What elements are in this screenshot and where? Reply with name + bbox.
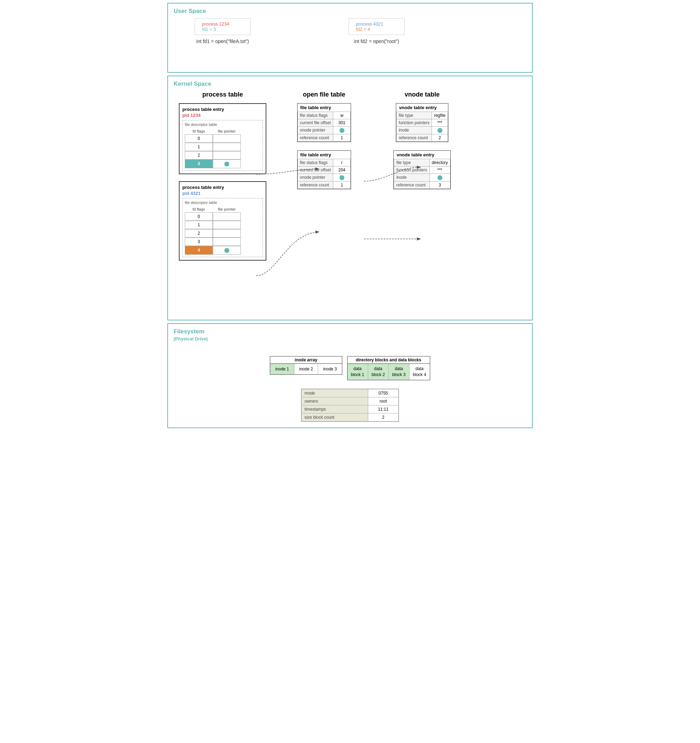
- vnode-2-label-3: reference count: [394, 181, 429, 188]
- vnode-entry-2-table: file type directory function pointers **…: [394, 159, 450, 189]
- fd2-dot: [224, 248, 229, 253]
- inode-detail-label-3: size block count: [302, 413, 368, 421]
- process2-name: process 4321: [356, 21, 397, 27]
- user-processes-row: process 1234 fd1 = 3 int fd1 = open("fil…: [174, 18, 526, 44]
- file-entry-1-label-3: reference count: [298, 134, 333, 141]
- file-entry-1-title: file table entry: [298, 104, 351, 112]
- fd1-row1-ptr: [213, 143, 241, 151]
- file-entry-2-val-0: r: [333, 159, 351, 166]
- vnode-2-val-3: 3: [429, 181, 450, 188]
- fd-table-1-label: file descriptor table: [185, 123, 260, 127]
- process1-fd: fd1 = 3: [202, 27, 243, 32]
- fd-grid-2: fd flags file pointer 0 1 2 3 4: [185, 206, 260, 255]
- process-entry-2-pid: pid 4321: [182, 191, 263, 196]
- file-entry-2-label-2: vnode pointer: [298, 173, 333, 181]
- vnode-2-row-3: reference count 3: [394, 181, 450, 188]
- vnode-1-row-2: inode: [396, 127, 448, 134]
- file-entry-2-val-1: 204: [333, 166, 351, 173]
- process1-box: process 1234 fd1 = 3: [194, 18, 251, 35]
- inode-detail-val-0: 0755: [368, 389, 398, 397]
- file-entry-1-row-2: vnode pointer: [298, 127, 351, 134]
- fd-header-2-col2: file pointer: [213, 206, 241, 212]
- inode-dot-2: [438, 175, 442, 180]
- file-entry-1-label-1: current file offset: [298, 119, 333, 127]
- file-entry-1-label-0: file status flags: [298, 112, 333, 119]
- data-block-2: datablock 2: [368, 364, 389, 380]
- fd-header-1-col1: fd flags: [185, 128, 213, 134]
- file-entry-2-row-3: reference count 1: [298, 181, 351, 188]
- vnode-1-row-0: file type regfile: [396, 112, 448, 119]
- inode-detail-row-2: timestamps 11:11: [302, 405, 399, 413]
- fd2-row0-fd: 0: [185, 212, 213, 221]
- fd1-row0-fd: 0: [185, 134, 213, 143]
- file-entry-1-val-2: [333, 127, 351, 134]
- vnode-1-row-3: reference count 2: [396, 134, 448, 141]
- process-entry-1-pid: pid 1234: [182, 112, 263, 118]
- user-space-label: User Space: [174, 8, 526, 15]
- kernel-space-section: Kernel Space process table process table…: [167, 75, 533, 320]
- inode-detail-label-1: owners: [302, 397, 368, 405]
- vnode-2-val-1: ***: [429, 166, 450, 173]
- vnode-1-label-3: reference count: [396, 134, 432, 141]
- vnode-entry-2: vnode table entry file type directory fu…: [393, 150, 451, 189]
- fd-header-2-col1: fd flags: [185, 206, 213, 212]
- data-block-cells-row: datablock 1 datablock 2 datablock 3 data…: [347, 364, 430, 380]
- fd2-row2-ptr: [213, 229, 241, 238]
- process-table-title: process table: [202, 91, 243, 98]
- process2-code: int fd2 = open("root"): [354, 38, 399, 44]
- fd2-row2-fd: 2: [185, 229, 213, 238]
- process-entry-1-title: process table entry: [182, 107, 263, 112]
- inode-detail-label-2: timestamps: [302, 405, 368, 413]
- inode-dot-1: [438, 128, 442, 133]
- process1-col: process 1234 fd1 = 3 int fd1 = open("fil…: [194, 18, 251, 44]
- fd2-row4-ptr: [213, 246, 241, 255]
- vnode-1-label-2: inode: [396, 127, 432, 134]
- vnode-dot-1: [340, 128, 344, 133]
- vnode-entry-1-table: file type regfile function pointers *** …: [396, 112, 448, 142]
- vnode-1-label-0: file type: [396, 112, 432, 119]
- vnode-2-row-2: inode: [394, 173, 450, 181]
- inode-array-title: inode array: [270, 357, 342, 364]
- fd2-row3-ptr: [213, 238, 241, 246]
- file-entry-1-val-3: 1: [333, 134, 351, 141]
- vnode-entry-1: vnode table entry file type regfile func…: [396, 103, 448, 142]
- fd1-row3-fd: 3: [185, 160, 213, 168]
- process-entry-2: process table entry pid 4321 file descri…: [179, 181, 266, 260]
- vnode-1-val-0: regfile: [432, 112, 448, 119]
- process1-code: int fd1 = open("fileA.txt"): [196, 38, 249, 44]
- data-block-3: datablock 3: [389, 364, 409, 380]
- process2-col: process 4321 fd2 = 4 int fd2 = open("roo…: [349, 18, 405, 44]
- process2-box: process 4321 fd2 = 4: [349, 18, 405, 35]
- fd-grid-1: fd flags file pointer 0 1 2 3: [185, 128, 260, 168]
- inode-cell-1: inode 1: [270, 364, 294, 374]
- data-block-4: datablock 4: [409, 364, 430, 380]
- file-entry-2-val-2: [333, 173, 351, 181]
- inode-detail-val-1: root: [368, 397, 398, 405]
- process-table-col: process table process table entry pid 12…: [174, 91, 271, 268]
- vnode-col: vnode table vnode table entry file type …: [369, 91, 467, 198]
- file-entry-2-title: file table entry: [298, 151, 351, 159]
- inode-cell-3: inode 3: [318, 364, 342, 374]
- user-space-section: User Space process 1234 fd1 = 3 int fd1 …: [167, 3, 533, 73]
- file-entry-1-val-0: w: [333, 112, 351, 119]
- vnode-1-val-1: ***: [432, 119, 448, 127]
- fd2-row4-fd: 4: [185, 246, 213, 255]
- file-entry-1-label-2: vnode pointer: [298, 127, 333, 134]
- vnode-2-label-1: function pointers: [394, 166, 429, 173]
- file-entry-2-table: file status flags r current file offset …: [298, 159, 351, 189]
- data-blocks-title: directory blocks and data blocks: [347, 357, 430, 364]
- fd-table-1-container: file descriptor table fd flags file poin…: [182, 120, 263, 171]
- fd2-row1-ptr: [213, 221, 241, 229]
- fd2-row3-fd: 3: [185, 238, 213, 246]
- file-entry-1-row-3: reference count 1: [298, 134, 351, 141]
- fd1-row0-ptr: [213, 134, 241, 143]
- inode-array-box: inode array inode 1 inode 2 inode 3: [270, 356, 342, 374]
- file-entry-2-label-3: reference count: [298, 181, 333, 188]
- inode-detail-row-1: owners root: [302, 397, 399, 405]
- file-entry-2-row-2: vnode pointer: [298, 173, 351, 181]
- fd-table-2-label: file descriptor table: [185, 200, 260, 205]
- vnode-2-row-1: function pointers ***: [394, 166, 450, 173]
- filesystem-label: Filesystem (Physical Drive): [174, 328, 526, 342]
- fd2-row0-ptr: [213, 212, 241, 221]
- vnode-dot-2: [340, 175, 344, 180]
